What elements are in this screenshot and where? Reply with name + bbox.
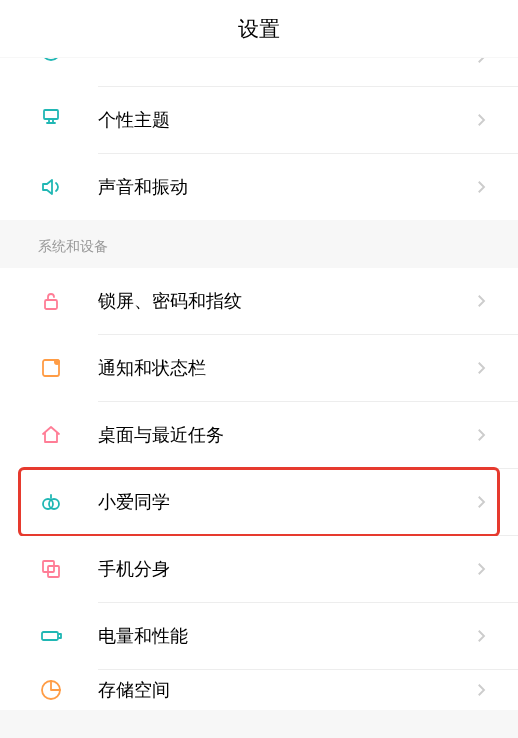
- settings-item-label: 小爱同学: [98, 490, 472, 514]
- notification-icon: [38, 355, 64, 381]
- battery-icon: [38, 623, 64, 649]
- chevron-right-icon: [472, 359, 490, 377]
- settings-item-label: 桌面与最近任务: [98, 423, 472, 447]
- settings-item-second-space[interactable]: 手机分身: [0, 536, 518, 602]
- second-space-icon: [38, 556, 64, 582]
- chevron-right-icon: [472, 178, 490, 196]
- chevron-right-icon: [472, 560, 490, 578]
- settings-item-sound[interactable]: 声音和振动: [0, 154, 518, 220]
- svg-point-6: [49, 499, 59, 509]
- settings-item-storage[interactable]: 存储空间: [0, 670, 518, 710]
- settings-item-battery[interactable]: 电量和性能: [0, 603, 518, 669]
- settings-item-label: 电量和性能: [98, 624, 472, 648]
- settings-item-cutoff[interactable]: [0, 58, 518, 86]
- chevron-right-icon: [472, 426, 490, 444]
- settings-item-label: 存储空间: [98, 678, 472, 702]
- settings-item-label: 锁屏、密码和指纹: [98, 289, 472, 313]
- unknown-icon: [38, 58, 64, 64]
- xiaoai-icon: [38, 489, 64, 515]
- page-header: 设置: [0, 0, 518, 58]
- storage-icon: [38, 677, 64, 703]
- theme-icon: [38, 107, 64, 133]
- chevron-right-icon: [472, 111, 490, 129]
- svg-rect-9: [42, 632, 58, 640]
- settings-item-label: 通知和状态栏: [98, 356, 472, 380]
- page-title: 设置: [238, 15, 280, 43]
- settings-item-label: 手机分身: [98, 557, 472, 581]
- chevron-right-icon: [472, 292, 490, 310]
- settings-item-theme[interactable]: 个性主题: [0, 87, 518, 153]
- svg-rect-1: [44, 110, 58, 119]
- svg-point-0: [42, 58, 60, 60]
- settings-item-lockscreen[interactable]: 锁屏、密码和指纹: [0, 268, 518, 334]
- chevron-right-icon: [472, 681, 490, 699]
- settings-group-1: 个性主题 声音和振动: [0, 58, 518, 220]
- chevron-right-icon: [472, 493, 490, 511]
- section-header-system: 系统和设备: [0, 220, 518, 268]
- settings-item-notifications[interactable]: 通知和状态栏: [0, 335, 518, 401]
- settings-item-label: 声音和振动: [98, 175, 472, 199]
- svg-rect-2: [45, 300, 57, 309]
- chevron-right-icon: [472, 627, 490, 645]
- settings-item-label: 个性主题: [98, 108, 472, 132]
- chevron-right-icon: [472, 58, 490, 66]
- lock-icon: [38, 288, 64, 314]
- settings-item-home-recent[interactable]: 桌面与最近任务: [0, 402, 518, 468]
- svg-point-4: [54, 359, 60, 365]
- sound-icon: [38, 174, 64, 200]
- settings-item-xiaoai[interactable]: 小爱同学: [0, 469, 518, 535]
- settings-group-2: 锁屏、密码和指纹 通知和状态栏 桌面与最近任务: [0, 268, 518, 710]
- home-icon: [38, 422, 64, 448]
